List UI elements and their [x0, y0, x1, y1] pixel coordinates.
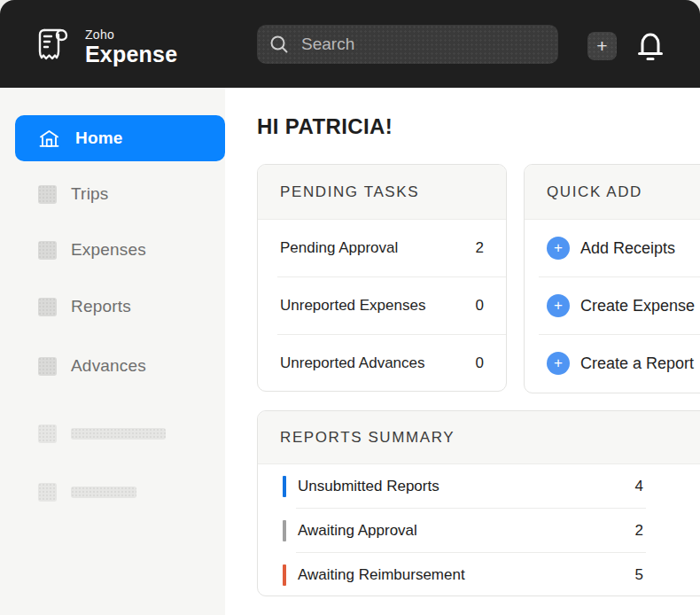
pending-tasks-header: PENDING TASKS [258, 165, 506, 220]
action-label: Create Expense [580, 297, 695, 315]
row-label: Awaiting Approval [298, 522, 635, 540]
quick-add-card: QUICK ADD + Add Receipts + Create Expens… [524, 164, 700, 393]
search-input[interactable] [301, 35, 546, 54]
skeleton-icon [38, 483, 57, 502]
create-report-button[interactable]: + Create a Report [525, 335, 700, 392]
row-label: Awaiting Reimbursement [298, 566, 635, 584]
unreported-advances-row[interactable]: Unreported Advances 0 [258, 335, 506, 392]
status-tick [283, 564, 286, 586]
sidebar-item-home[interactable]: Home [15, 115, 225, 161]
awaiting-approval-row[interactable]: Awaiting Approval 2 [258, 509, 700, 552]
add-button[interactable]: + [587, 32, 617, 60]
sidebar: Home Trips Expenses Reports Advances [0, 88, 225, 615]
sidebar-item-expenses[interactable]: Expenses [0, 230, 225, 269]
row-value: 4 [635, 478, 643, 495]
main-content: HI PATRICIA! PENDING TASKS Pending Appro… [225, 88, 700, 615]
sidebar-item-label: Trips [71, 184, 109, 204]
pending-approval-row[interactable]: Pending Approval 2 [258, 220, 506, 276]
sidebar-item-advances[interactable]: Advances [0, 346, 225, 385]
trips-placeholder-icon [38, 185, 57, 204]
reports-placeholder-icon [38, 298, 57, 316]
skeleton-bar [71, 428, 166, 440]
brand-expense: Expense [85, 43, 177, 66]
plus-circle-icon: + [547, 237, 570, 260]
sidebar-skeleton-item [0, 414, 225, 453]
row-value: 5 [635, 566, 643, 584]
add-receipts-button[interactable]: + Add Receipts [525, 220, 700, 276]
search-icon [269, 35, 289, 54]
sidebar-item-label: Expenses [71, 240, 146, 260]
home-icon [38, 128, 60, 149]
card-title: PENDING TASKS [280, 183, 419, 201]
unreported-expenses-row[interactable]: Unreported Expenses 0 [258, 277, 506, 334]
skeleton-icon [38, 424, 57, 443]
sidebar-item-trips[interactable]: Trips [0, 175, 225, 214]
row-label: Unsubmitted Reports [298, 478, 635, 495]
create-expense-button[interactable]: + Create Expense [525, 277, 700, 334]
action-label: Add Receipts [580, 239, 675, 258]
topbar: Zoho Expense + [0, 0, 700, 88]
sidebar-item-label: Reports [71, 297, 131, 316]
bell-icon [635, 30, 665, 62]
search-box[interactable] [257, 25, 558, 64]
sidebar-item-label: Home [75, 128, 123, 148]
row-label: Unreported Expenses [280, 297, 476, 315]
sidebar-skeleton-item [0, 472, 225, 511]
status-tick [283, 476, 286, 497]
advances-placeholder-icon [38, 357, 57, 376]
row-label: Unreported Advances [280, 354, 476, 372]
greeting-heading: HI PATRICIA! [257, 114, 393, 139]
expenses-placeholder-icon [38, 241, 57, 260]
logo-wordmark: Zoho Expense [85, 28, 177, 66]
receipt-logo-icon [34, 25, 74, 69]
row-value: 2 [635, 522, 643, 540]
card-title: REPORTS SUMMARY [280, 429, 455, 447]
row-value: 2 [476, 239, 484, 257]
skeleton-bar [71, 487, 136, 498]
app-logo[interactable]: Zoho Expense [34, 25, 177, 69]
reports-summary-header: REPORTS SUMMARY [258, 411, 700, 464]
row-value: 0 [476, 354, 484, 372]
plus-circle-icon: + [547, 294, 570, 317]
pending-tasks-card: PENDING TASKS Pending Approval 2 Unrepor… [257, 164, 507, 392]
status-tick [283, 520, 286, 541]
quick-add-header: QUICK ADD [525, 165, 700, 220]
row-label: Pending Approval [280, 239, 476, 257]
card-title: QUICK ADD [547, 183, 642, 201]
awaiting-reimbursement-row[interactable]: Awaiting Reimbursement 5 [258, 553, 700, 596]
sidebar-item-label: Advances [71, 356, 146, 376]
plus-icon: + [596, 36, 607, 55]
brand-zoho: Zoho [85, 28, 177, 41]
row-value: 0 [476, 297, 484, 315]
plus-circle-icon: + [547, 352, 570, 375]
action-label: Create a Report [580, 354, 694, 373]
unsubmitted-reports-row[interactable]: Unsubmitted Reports 4 [258, 464, 700, 508]
notifications-button[interactable] [634, 29, 666, 63]
reports-summary-card: REPORTS SUMMARY Unsubmitted Reports 4 Aw… [257, 410, 700, 596]
sidebar-item-reports[interactable]: Reports [0, 287, 225, 326]
